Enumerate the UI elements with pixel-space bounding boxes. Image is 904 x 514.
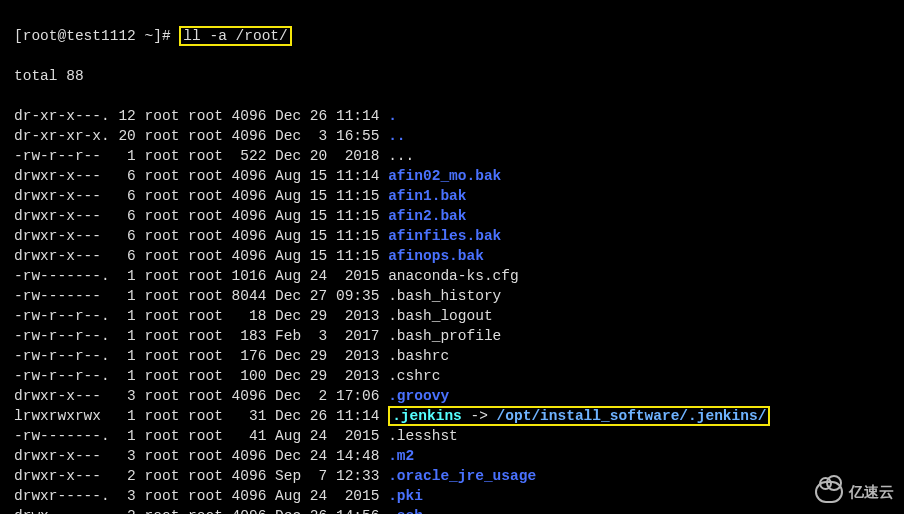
symlink-highlight: .jenkins -> /opt/install_software/.jenki… <box>388 406 770 426</box>
file-meta: drwxr-x--- 6 root root 4096 Aug 15 11:15 <box>14 248 388 264</box>
list-item: -rw-r--r--. 1 root root 100 Dec 29 2013 … <box>14 366 894 386</box>
total-line: total 88 <box>14 66 894 86</box>
file-name: ... <box>388 148 414 164</box>
list-item: drwxr-----. 3 root root 4096 Aug 24 2015… <box>14 486 894 506</box>
file-name: .bashrc <box>388 348 449 364</box>
file-name: .lesshst <box>388 428 458 444</box>
terminal-output[interactable]: [root@test1112 ~]# ll -a /root/ total 88… <box>0 0 904 514</box>
file-listing: dr-xr-x---. 12 root root 4096 Dec 26 11:… <box>14 106 894 514</box>
file-meta: drwxr-x--- 2 root root 4096 Sep 7 12:33 <box>14 468 388 484</box>
list-item: drwxr-x--- 6 root root 4096 Aug 15 11:15… <box>14 246 894 266</box>
file-name: afin02_mo.bak <box>388 168 501 184</box>
list-item: -rw-------. 1 root root 1016 Aug 24 2015… <box>14 266 894 286</box>
list-item: dr-xr-xr-x. 20 root root 4096 Dec 3 16:5… <box>14 126 894 146</box>
file-meta: -rw-r--r--. 1 root root 176 Dec 29 2013 <box>14 348 388 364</box>
list-item: drwxr-x--- 3 root root 4096 Dec 24 14:48… <box>14 446 894 466</box>
file-meta: -rw-r--r--. 1 root root 18 Dec 29 2013 <box>14 308 388 324</box>
prompt-line-1: [root@test1112 ~]# ll -a /root/ <box>14 26 894 46</box>
file-meta: -rw------- 1 root root 8044 Dec 27 09:35 <box>14 288 388 304</box>
file-meta: -rw-r--r--. 1 root root 183 Feb 3 2017 <box>14 328 388 344</box>
list-item: dr-xr-x---. 12 root root 4096 Dec 26 11:… <box>14 106 894 126</box>
list-item: drwxr-x--- 6 root root 4096 Aug 15 11:15… <box>14 206 894 226</box>
list-item: drwxr-x--- 6 root root 4096 Aug 15 11:15… <box>14 226 894 246</box>
list-item: drwxr-x--- 3 root root 4096 Dec 2 17:06 … <box>14 386 894 406</box>
file-name: afinfiles.bak <box>388 228 501 244</box>
file-meta: dr-xr-xr-x. 20 root root 4096 Dec 3 16:5… <box>14 128 388 144</box>
file-meta: dr-xr-x---. 12 root root 4096 Dec 26 11:… <box>14 108 388 124</box>
file-name: . <box>388 108 397 124</box>
file-name: .bash_profile <box>388 328 501 344</box>
file-name: .m2 <box>388 448 414 464</box>
file-meta: -rw-------. 1 root root 1016 Aug 24 2015 <box>14 268 388 284</box>
list-item: -rw-r--r--. 1 root root 18 Dec 29 2013 .… <box>14 306 894 326</box>
symlink-arrow: -> <box>462 408 497 424</box>
file-meta: drwxr-x--- 6 root root 4096 Aug 15 11:14 <box>14 168 388 184</box>
symlink-target: /opt/install_software/.jenkins/ <box>497 408 767 424</box>
file-name: .. <box>388 128 405 144</box>
file-name: .groovy <box>388 388 449 404</box>
file-meta: drwx------. 2 root root 4096 Dec 26 14:5… <box>14 508 388 514</box>
list-item: drwxr-x--- 6 root root 4096 Aug 15 11:15… <box>14 186 894 206</box>
file-meta: drwxr-x--- 6 root root 4096 Aug 15 11:15 <box>14 228 388 244</box>
list-item: -rw-r--r--. 1 root root 176 Dec 29 2013 … <box>14 346 894 366</box>
file-name: .ssh <box>388 508 423 514</box>
list-item: lrwxrwxrwx 1 root root 31 Dec 26 11:14 .… <box>14 406 894 426</box>
file-name: .jenkins <box>392 408 462 424</box>
file-name: afinops.bak <box>388 248 484 264</box>
command-highlight: ll -a /root/ <box>179 26 291 46</box>
list-item: drwxr-x--- 2 root root 4096 Sep 7 12:33 … <box>14 466 894 486</box>
list-item: -rw-------. 1 root root 41 Aug 24 2015 .… <box>14 426 894 446</box>
file-name: .oracle_jre_usage <box>388 468 536 484</box>
file-meta: -rw-r--r-- 1 root root 522 Dec 20 2018 <box>14 148 388 164</box>
list-item: drwx------. 2 root root 4096 Dec 26 14:5… <box>14 506 894 514</box>
file-meta: drwxr-x--- 6 root root 4096 Aug 15 11:15 <box>14 208 388 224</box>
file-meta: drwxr-x--- 3 root root 4096 Dec 24 14:48 <box>14 448 388 464</box>
file-name: .cshrc <box>388 368 440 384</box>
list-item: -rw-r--r--. 1 root root 183 Feb 3 2017 .… <box>14 326 894 346</box>
list-item: -rw-r--r-- 1 root root 522 Dec 20 2018 .… <box>14 146 894 166</box>
file-meta: drwxr-x--- 3 root root 4096 Dec 2 17:06 <box>14 388 388 404</box>
file-name: afin2.bak <box>388 208 466 224</box>
file-meta: -rw-------. 1 root root 41 Aug 24 2015 <box>14 428 388 444</box>
file-meta: drwxr-x--- 6 root root 4096 Aug 15 11:15 <box>14 188 388 204</box>
file-meta: drwxr-----. 3 root root 4096 Aug 24 2015 <box>14 488 388 504</box>
list-item: drwxr-x--- 6 root root 4096 Aug 15 11:14… <box>14 166 894 186</box>
file-name: .pki <box>388 488 423 504</box>
file-meta: -rw-r--r--. 1 root root 100 Dec 29 2013 <box>14 368 388 384</box>
file-name: afin1.bak <box>388 188 466 204</box>
file-name: .bash_history <box>388 288 501 304</box>
file-name: .bash_logout <box>388 308 492 324</box>
prompt-text: [root@test1112 ~]# <box>14 28 179 44</box>
list-item: -rw------- 1 root root 8044 Dec 27 09:35… <box>14 286 894 306</box>
file-meta: lrwxrwxrwx 1 root root 31 Dec 26 11:14 <box>14 408 388 424</box>
file-name: anaconda-ks.cfg <box>388 268 519 284</box>
